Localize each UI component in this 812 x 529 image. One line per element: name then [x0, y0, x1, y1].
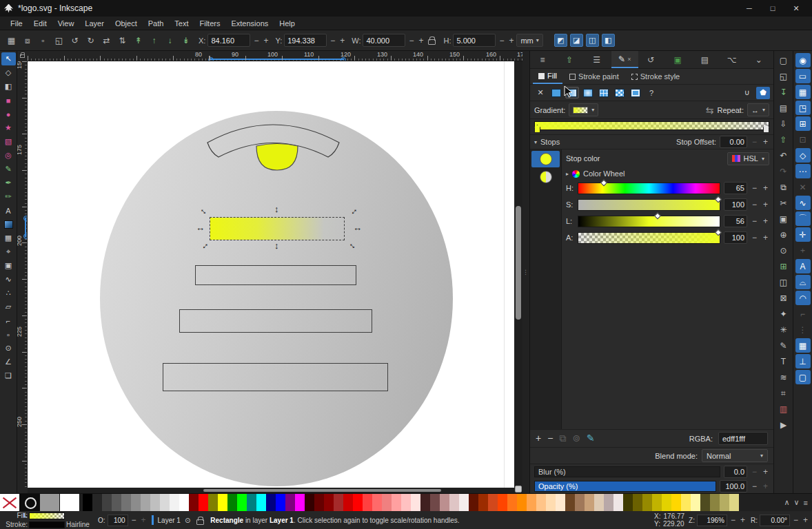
- dialog-tab-document-properties[interactable]: ▤: [692, 51, 719, 68]
- lower-to-bottom-button[interactable]: ↡: [179, 33, 193, 48]
- snap-text-baseline[interactable]: A: [795, 259, 811, 273]
- deselect-button[interactable]: ▫: [36, 33, 50, 48]
- dialog-tab-layers[interactable]: ⇧: [557, 51, 584, 68]
- page-tool[interactable]: ▫: [1, 328, 16, 341]
- outlined-rectangle-3[interactable]: [163, 363, 388, 391]
- width-input[interactable]: 40.000: [363, 34, 405, 47]
- duplicate-gradient-button[interactable]: ⧉: [559, 433, 566, 444]
- scale-handle-n[interactable]: ↕: [274, 206, 279, 213]
- zoom-selection-button[interactable]: ⊕: [776, 227, 791, 242]
- star-tool[interactable]: ★: [1, 121, 16, 134]
- menu-extensions[interactable]: Extensions: [226, 18, 273, 29]
- selected-rectangle[interactable]: [210, 218, 344, 240]
- cut-button[interactable]: ✂: [776, 196, 791, 210]
- paint-flat-button[interactable]: [549, 87, 563, 98]
- rotate-ccw-button[interactable]: ↺: [68, 33, 82, 48]
- snap-page-border[interactable]: ▢: [795, 370, 811, 384]
- reverse-gradient-button[interactable]: ⇆: [706, 105, 714, 116]
- menu-edit[interactable]: Edit: [29, 18, 52, 29]
- zoom-plus-button[interactable]: +: [739, 515, 747, 525]
- panel-splitter[interactable]: ⋮: [522, 51, 529, 493]
- fill-swatch[interactable]: L: [29, 512, 65, 519]
- snap-guides[interactable]: ⊥: [795, 354, 811, 369]
- print-button[interactable]: ▤: [776, 101, 791, 115]
- flip-horizontal-button[interactable]: ⇄: [99, 33, 114, 48]
- snap-global-toggle[interactable]: ◉: [795, 53, 811, 68]
- snap-bbox-corners[interactable]: ◳: [795, 101, 811, 115]
- toggle-scale-stroke[interactable]: ◩: [554, 34, 567, 47]
- snap-cusp-nodes[interactable]: ✕: [795, 180, 811, 194]
- fill-rule-nonzero-button[interactable]: ⬟: [756, 87, 770, 99]
- selector-tool[interactable]: ↖: [1, 52, 16, 65]
- new-document-button[interactable]: ▢: [776, 53, 791, 68]
- rgba-input[interactable]: edff1fff: [718, 432, 768, 445]
- slider-marker[interactable]: [600, 179, 607, 186]
- color-mode-dropdown[interactable]: HSL ▾: [727, 152, 769, 165]
- y-input[interactable]: 194.338: [284, 34, 327, 47]
- undo-button[interactable]: ↶: [776, 148, 791, 163]
- x-minus-button[interactable]: −: [252, 36, 260, 45]
- snap-smooth-nodes[interactable]: ∿: [795, 196, 811, 210]
- slider-marker[interactable]: [715, 196, 722, 203]
- snap-others[interactable]: ⋮: [795, 322, 811, 337]
- selection-grow-button[interactable]: ◱: [52, 33, 66, 48]
- spray-tool[interactable]: ∴: [1, 287, 16, 300]
- gradient-strip[interactable]: [534, 121, 769, 130]
- save-document-button[interactable]: ↧: [776, 85, 791, 99]
- tab-stroke-paint[interactable]: Stroke paint: [564, 69, 625, 84]
- tweak-tool[interactable]: ∿: [1, 273, 16, 286]
- toggle-move-gradients[interactable]: ◫: [586, 34, 599, 47]
- dialog-tab-objects[interactable]: ☰: [584, 51, 611, 68]
- xml-editor-button[interactable]: ⌗: [776, 386, 791, 400]
- menu-view[interactable]: View: [53, 18, 79, 29]
- stop-item-2[interactable]: [531, 169, 560, 185]
- opacity-minus-button[interactable]: −: [751, 481, 758, 491]
- stop-item-1[interactable]: [531, 151, 560, 167]
- object-opacity-input[interactable]: 100: [108, 515, 128, 526]
- fill-rule-evenodd-button[interactable]: ∪: [740, 87, 754, 99]
- snap-grid[interactable]: ▦: [795, 338, 811, 353]
- fill-stroke-dialog-button[interactable]: ✎: [776, 338, 791, 353]
- outlined-rectangle-1[interactable]: [195, 265, 356, 285]
- raise-to-top-button[interactable]: ↟: [131, 33, 145, 48]
- dialog-tab-fill-stroke[interactable]: ✎×: [611, 51, 638, 68]
- lower-button[interactable]: ↓: [163, 33, 177, 48]
- layers-dialog-button[interactable]: ≋: [776, 370, 791, 384]
- palette-none[interactable]: [0, 494, 20, 512]
- paint-mesh-gradient-button[interactable]: [597, 87, 611, 98]
- stops-expander-icon[interactable]: ▾: [534, 139, 537, 145]
- sticky-zoom-corner[interactable]: [515, 486, 522, 492]
- snap-nodes[interactable]: ◇: [795, 148, 811, 163]
- dialog-tab-xml-editor[interactable]: ⌥: [720, 51, 747, 68]
- stop-offset-input[interactable]: 0.00: [720, 136, 747, 148]
- paint-linear-gradient-button[interactable]: [565, 87, 579, 98]
- gradient-select-dropdown[interactable]: ▾: [569, 103, 598, 116]
- delete-stop-button[interactable]: −: [547, 433, 553, 444]
- repeat-dropdown[interactable]: ↔ ▾: [747, 103, 769, 116]
- ellipse-tool[interactable]: ●: [1, 107, 16, 121]
- scale-handle-w[interactable]: ↔: [196, 225, 205, 231]
- blur-slider[interactable]: Blur (%): [534, 466, 720, 477]
- object-opacity-minus-button[interactable]: −: [130, 515, 138, 525]
- menu-filters[interactable]: Filters: [195, 18, 225, 29]
- calligraphy-tool[interactable]: ✏: [1, 190, 16, 203]
- raise-button[interactable]: ↑: [147, 33, 161, 48]
- lock-ratio-icon[interactable]: [428, 39, 436, 45]
- zoom-minus-button[interactable]: −: [729, 515, 737, 525]
- layer-visibility-icon[interactable]: ⊙: [185, 517, 190, 524]
- stroke-swatch[interactable]: [29, 521, 65, 528]
- minimize-button[interactable]: ─: [738, 0, 761, 17]
- pen-tool[interactable]: ✒: [1, 176, 16, 189]
- duplicate-button[interactable]: ⊞: [776, 259, 791, 273]
- snap-bbox-edge-midpoints[interactable]: ⊞: [795, 116, 811, 131]
- menu-path[interactable]: Path: [143, 18, 169, 29]
- menu-text[interactable]: Text: [170, 18, 193, 29]
- vertical-scrollbar-thumb[interactable]: [516, 206, 521, 320]
- horizontal-ruler[interactable]: 8090100110120130140150160170: [28, 51, 522, 61]
- units-dropdown[interactable]: mm ▾: [516, 34, 542, 47]
- color-wheel-row[interactable]: ▸ Color Wheel: [562, 167, 773, 180]
- link-gradient-button[interactable]: ⊚: [572, 433, 580, 444]
- close-button[interactable]: ✕: [784, 0, 808, 17]
- blend-mode-dropdown[interactable]: Normal ▾: [702, 449, 768, 462]
- dialog-tab-more[interactable]: ⌄: [747, 51, 773, 68]
